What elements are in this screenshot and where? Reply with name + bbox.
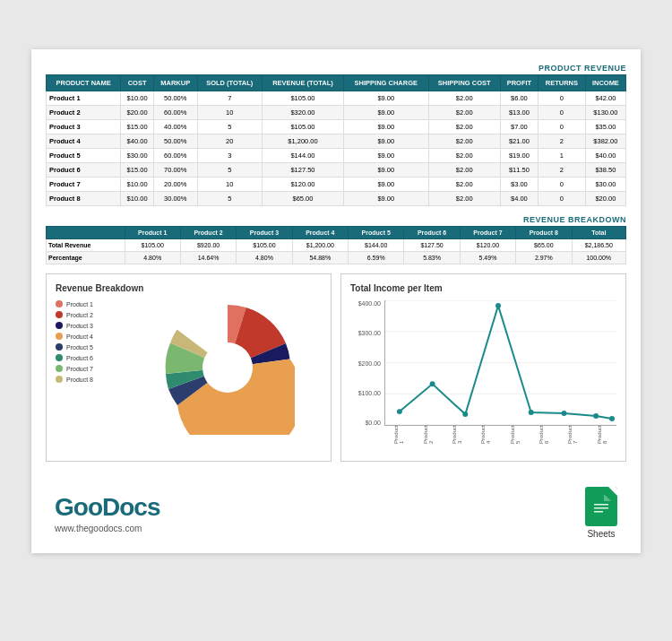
breakdown-cell: $127.50: [404, 239, 460, 252]
table-cell: $35.00: [585, 120, 625, 134]
table-cell: $30.00: [585, 178, 625, 192]
sheets-line2: [594, 507, 608, 509]
col-header-returns: RETURNS: [538, 75, 585, 91]
col-header-sold: SOLD (total): [197, 75, 262, 91]
y-axis-label: $100.00: [358, 390, 381, 396]
table-cell: $2.00: [428, 106, 500, 120]
table-cell: $1,200.00: [262, 134, 343, 149]
table-cell: $40.00: [585, 149, 625, 163]
sheets-svg: [591, 494, 611, 519]
table-cell: $2.00: [428, 120, 500, 134]
table-cell: $9.00: [344, 178, 429, 192]
dot-p2: [430, 381, 435, 386]
table-cell: $2.00: [428, 149, 500, 163]
table-cell: 0: [538, 106, 585, 120]
table-cell: $9.00: [344, 134, 429, 149]
breakdown-cell: 2.97%: [516, 252, 572, 264]
footer-left: GooDocs www.thegoodocs.com: [55, 493, 159, 533]
table-cell: $21.00: [500, 134, 538, 149]
breakdown-table-body: Total Revenue$105.00$920.00$105.00$1,200…: [47, 239, 626, 264]
table-cell: $120.00: [262, 178, 343, 192]
breakdown-cell: 100.00%: [572, 252, 625, 264]
pie-area: Product 1Product 2Product 3Product 4Prod…: [56, 300, 322, 435]
table-cell: $9.00: [344, 106, 429, 120]
breakdown-cell: $120.00: [460, 239, 515, 252]
line-chart-svg: [385, 300, 616, 425]
charts-row: Revenue Breakdown Product 1Product 2Prod…: [46, 273, 626, 462]
line-chart-box: Total Income per Item $400.00$300.00$200…: [340, 273, 626, 462]
logo-goo: Goo: [55, 493, 102, 521]
table-cell: $9.00: [344, 163, 429, 178]
table-cell: $30.00: [121, 149, 154, 163]
table-cell: $15.00: [121, 163, 154, 178]
table-cell: 40.00%: [153, 120, 197, 134]
product-revenue-section: PRODUCT REVENUE PRODUCT NAME COST MARKUP…: [46, 64, 626, 206]
table-cell: $13.00: [500, 106, 538, 120]
table-cell: $65.00: [262, 192, 343, 206]
legend-label: Product 6: [66, 355, 93, 361]
table-cell: 2: [538, 134, 585, 149]
pie-chart-box: Revenue Breakdown Product 1Product 2Prod…: [46, 273, 332, 462]
legend-dot: [56, 300, 63, 308]
y-axis-label: $200.00: [358, 360, 381, 367]
pie-legend: Product 1Product 2Product 3Product 4Prod…: [56, 300, 127, 386]
table-cell: $7.00: [500, 120, 538, 134]
sheets-logo: [585, 487, 617, 526]
breakdown-cell: 4.80%: [125, 252, 180, 264]
bd-col-p8: Product 8: [516, 227, 572, 239]
table-cell: $105.00: [262, 91, 343, 106]
breakdown-cell: $920.00: [180, 239, 236, 252]
table-cell: $10.00: [121, 91, 154, 106]
table-cell: $105.00: [262, 120, 343, 134]
logo-ocs: ocs: [119, 493, 159, 521]
y-axis-labels: $400.00$300.00$200.00$100.00$0.00: [350, 300, 384, 426]
legend-item: Product 6: [56, 354, 127, 361]
x-axis-label: Product 7: [567, 426, 578, 444]
table-cell: $3.00: [500, 178, 538, 192]
table-cell: $10.00: [121, 192, 154, 206]
table-row: Product 4$40.0050.00%20$1,200.00$9.00$2.…: [47, 134, 626, 149]
breakdown-cell: $105.00: [125, 239, 180, 252]
table-cell: $2.00: [428, 91, 500, 106]
table-cell: 0: [538, 120, 585, 134]
dot-p7: [593, 413, 599, 419]
table-cell: $20.00: [121, 106, 154, 120]
col-header-cost: COST: [121, 75, 154, 91]
bd-col-empty: [47, 227, 125, 239]
table-cell: $144.00: [262, 149, 343, 163]
table-cell: 0: [538, 91, 585, 106]
legend-label: Product 3: [66, 323, 93, 329]
dot-p4: [495, 303, 501, 308]
table-cell: 60.00%: [153, 106, 197, 120]
table-cell: $9.00: [344, 120, 429, 134]
product-table-body: Product 1$10.0050.00%7$105.00$9.00$2.00$…: [47, 91, 626, 206]
pie-center-circle: [202, 342, 253, 393]
x-axis-label: Product 4: [480, 426, 491, 444]
table-cell: 10: [197, 106, 262, 120]
breakdown-cell: 5.49%: [460, 252, 515, 264]
breakdown-cell: 14.64%: [180, 252, 236, 264]
bd-col-total: Total: [572, 227, 625, 239]
breakdown-cell: 4.80%: [237, 252, 292, 264]
dot-p8: [609, 416, 615, 421]
y-axis-label: $300.00: [358, 330, 381, 336]
y-axis-label: $400.00: [358, 300, 381, 307]
table-cell: 60.00%: [153, 149, 197, 163]
table-cell: Product 4: [47, 134, 121, 149]
line-chart-inner: [384, 300, 616, 426]
legend-dot: [56, 354, 63, 361]
table-cell: $130.00: [585, 106, 625, 120]
table-cell: $20.00: [585, 192, 625, 206]
table-cell: 7: [197, 91, 262, 106]
x-axis-label: Product 2: [423, 426, 434, 444]
legend-item: Product 3: [56, 322, 127, 329]
table-cell: Product 1: [47, 91, 121, 106]
table-cell: 5: [197, 192, 262, 206]
dot-p3: [462, 411, 468, 417]
table-cell: $9.00: [344, 192, 429, 206]
breakdown-cell: Percentage: [47, 252, 125, 264]
revenue-breakdown-table: Product 1 Product 2 Product 3 Product 4 …: [46, 226, 626, 264]
legend-item: Product 7: [56, 365, 127, 372]
footer: GooDocs www.thegoodocs.com Sheets: [46, 487, 626, 539]
table-cell: Product 7: [47, 178, 121, 192]
